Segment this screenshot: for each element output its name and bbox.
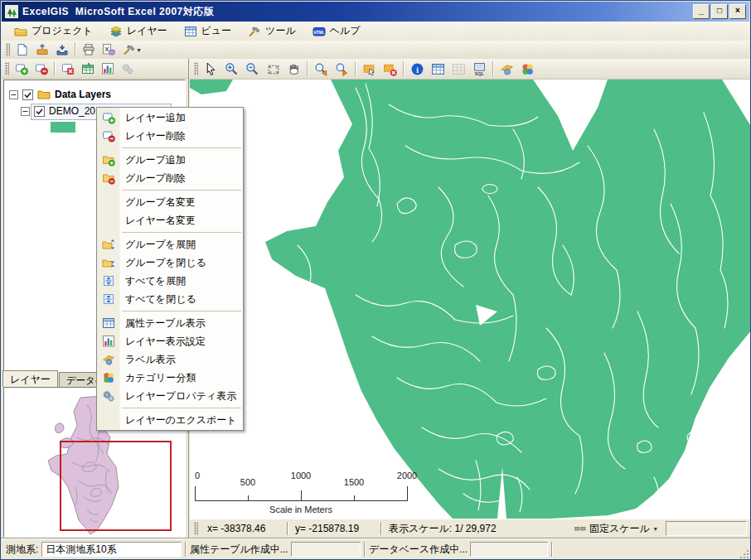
menu-item-group-remove[interactable]: グループ削除	[97, 169, 243, 187]
scale-bar: 0 500 1000 1500 2000 Scale in Meters	[193, 471, 417, 517]
toolbar-grip[interactable]	[6, 43, 10, 56]
menu-item-group-add[interactable]: グループ追加	[97, 151, 243, 169]
group-label[interactable]: Data Layers	[55, 89, 111, 100]
new-document-icon[interactable]	[12, 41, 32, 58]
menu-item-layer-display-settings[interactable]: レイヤー表示設定	[97, 332, 243, 350]
label-display-icon[interactable]	[497, 60, 517, 78]
menu-item-expand-all[interactable]: すべてを展開	[97, 272, 243, 290]
fixed-scale-dropdown[interactable]: 固定スケール ▾	[569, 521, 662, 537]
menu-item-layer-properties[interactable]: レイヤープロパティ表示	[97, 387, 243, 405]
menu-tools[interactable]: ツール	[244, 22, 303, 40]
menu-item-layer-export[interactable]: レイヤーのエクスポート	[97, 411, 243, 429]
attribute-table-icon[interactable]	[428, 60, 448, 78]
clear-selection-icon[interactable]	[380, 60, 400, 78]
layer-display-icon[interactable]	[98, 60, 118, 77]
menu-item-group-rename[interactable]: グループ名変更	[97, 193, 243, 211]
identify-info-icon[interactable]: i	[407, 60, 428, 78]
menu-separator	[122, 311, 241, 311]
toolbar-grip[interactable]	[5, 62, 9, 75]
category-classify-icon	[97, 371, 119, 384]
attribute-progress-field	[291, 542, 361, 557]
tree-group-row[interactable]: Data Layers	[9, 89, 111, 100]
attribute-table-icon	[97, 316, 119, 330]
delete-layer-icon[interactable]	[58, 60, 78, 77]
scale-tick-label: 500	[240, 477, 255, 487]
map-extent-rectangle[interactable]	[60, 441, 172, 531]
app-icon	[5, 5, 18, 18]
group-add-icon	[97, 153, 119, 167]
toolbar-grip[interactable]	[194, 522, 198, 535]
tools-hammer-icon	[248, 25, 261, 38]
select-pointer-icon[interactable]	[201, 60, 221, 78]
database-progress-label: データベース作成中...	[369, 543, 468, 557]
layer-remove-icon	[97, 129, 119, 142]
database-progress-field	[470, 542, 548, 557]
next-view-icon[interactable]	[332, 60, 352, 78]
scale-tick-label: 2000	[397, 471, 417, 480]
menu-item-group-expand[interactable]: グループを展開	[97, 235, 243, 253]
tools-dropdown-icon[interactable]: ▾	[119, 41, 145, 58]
window-title: ExcelGIS MicroSoft Excel 2007対応版	[22, 5, 214, 19]
menu-item-layer-remove[interactable]: レイヤー削除	[97, 127, 243, 145]
menu-layer[interactable]: レイヤー	[105, 22, 175, 40]
previous-view-icon[interactable]	[311, 60, 332, 78]
attribute-table-export-icon[interactable]	[78, 60, 98, 77]
remove-layer-icon[interactable]	[31, 60, 51, 77]
fixed-scale-icon	[574, 525, 586, 533]
database-progress-section: データベース作成中...	[366, 541, 551, 558]
maximize-button[interactable]: □	[711, 4, 728, 19]
attribute-progress-section: 属性テーブル作成中...	[187, 541, 364, 558]
menu-item-layer-add[interactable]: レイヤー追加	[97, 109, 243, 127]
toolbar-separator	[75, 42, 76, 57]
svg-text:SQL: SQL	[475, 71, 485, 76]
tab-layers[interactable]: レイヤー	[2, 370, 58, 387]
close-button[interactable]: ×	[729, 4, 746, 19]
map-area: i SQL	[190, 59, 751, 519]
collapse-toggle-icon[interactable]	[9, 90, 18, 99]
menu-view[interactable]: ビュー	[180, 22, 240, 40]
select-features-icon[interactable]	[359, 60, 380, 78]
label-display-icon	[97, 353, 119, 366]
menu-item-collapse-all[interactable]: すべてを閉じる	[97, 290, 243, 308]
collapse-toggle-icon[interactable]	[21, 107, 30, 116]
menu-item-attribute-table[interactable]: 属性テーブル表示	[97, 314, 243, 332]
menu-item-category-classify[interactable]: カテゴリー分類	[97, 369, 243, 387]
group-folder-icon	[37, 89, 51, 100]
menu-item-label-display[interactable]: ラベル表示	[97, 350, 243, 369]
toolbar-grip[interactable]	[194, 62, 198, 75]
menu-project[interactable]: プロジェクト	[10, 22, 100, 40]
open-project-icon[interactable]	[32, 41, 52, 58]
zoom-out-icon[interactable]	[242, 60, 263, 78]
scale-tick-label: 1000	[291, 471, 311, 480]
layer-symbol-swatch[interactable]	[51, 122, 75, 133]
layer-visibility-checkbox[interactable]	[34, 106, 45, 117]
status-bar: 測地系: 日本測地系10系 属性テーブル作成中... データベース作成中...	[1, 538, 751, 560]
expand-all-icon	[97, 274, 119, 287]
toolbar-separator	[355, 61, 356, 76]
category-classify-icon[interactable]	[517, 60, 538, 78]
print-icon[interactable]	[79, 41, 99, 58]
menu-item-layer-rename[interactable]: レイヤー名変更	[97, 211, 243, 229]
zoom-extent-icon[interactable]	[263, 60, 283, 78]
cursor-y-readout: y= -215878.19	[288, 523, 380, 534]
resize-grip[interactable]	[739, 549, 750, 560]
view-grid-icon	[184, 25, 197, 38]
layer-properties-disabled-icon[interactable]	[118, 60, 138, 77]
map-canvas[interactable]: 0 500 1000 1500 2000 Scale in Meters	[190, 80, 751, 519]
cursor-x-readout: x= -38378.46	[201, 523, 287, 534]
grid-disabled-icon[interactable]	[448, 60, 469, 78]
add-layer-icon[interactable]	[12, 60, 31, 77]
save-project-icon[interactable]	[52, 41, 72, 58]
project-folder-icon	[14, 25, 27, 38]
menu-help[interactable]: HTML ヘルプ	[308, 22, 368, 40]
scale-tick-label: 0	[195, 471, 200, 480]
menu-item-group-collapse[interactable]: グループを閉じる	[97, 253, 243, 272]
pan-hand-icon[interactable]	[283, 60, 304, 78]
sql-query-icon[interactable]: SQL	[469, 60, 490, 78]
main-toolbar: X ▾	[2, 41, 749, 59]
minimize-button[interactable]: _	[693, 4, 710, 19]
zoom-in-icon[interactable]	[221, 60, 242, 78]
group-visibility-checkbox[interactable]	[22, 89, 33, 100]
excel-export-icon[interactable]: X	[99, 41, 119, 58]
watershed-map	[190, 80, 751, 519]
